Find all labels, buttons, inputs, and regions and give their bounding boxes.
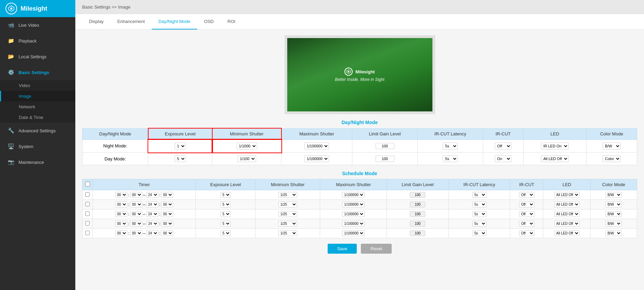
timer-h2-3[interactable]: 241223 — [146, 221, 159, 227]
night-led-select[interactable]: IR LED OnAll LED OffIR LED Off — [541, 143, 569, 149]
schedule-min-shutter-4[interactable]: 1/251/501/1001/1000 — [278, 230, 297, 236]
sidebar-item-playback[interactable]: 📁 Playback — [0, 33, 75, 49]
schedule-checkbox-0[interactable] — [85, 192, 90, 197]
schedule-max-shutter-1[interactable]: 1/100000 — [342, 202, 365, 207]
tab-display[interactable]: Display — [82, 14, 111, 29]
timer-m2-0[interactable]: 0030 — [161, 192, 173, 198]
schedule-color-2[interactable]: B/WColor — [605, 211, 622, 217]
timer-m1-3[interactable]: 0030 — [130, 221, 142, 227]
sidebar-sub-item-network[interactable]: Network — [0, 101, 75, 112]
day-exposure-select[interactable]: 12345 — [175, 155, 186, 162]
schedule-exposure-4[interactable]: 51234 — [220, 230, 231, 236]
schedule-latency-3[interactable]: 5s10s30s — [472, 221, 487, 227]
schedule-ircut-2[interactable]: OffOnAuto — [519, 211, 534, 217]
timer-h2-4[interactable]: 241223 — [146, 230, 159, 236]
schedule-min-shutter-0[interactable]: 1/251/501/1001/1000 — [278, 192, 297, 198]
schedule-checkbox-1[interactable] — [85, 202, 90, 206]
schedule-led-1[interactable]: All LED OffIR LED OnIR LED Off — [554, 202, 580, 207]
day-led-select[interactable]: All LED OffIR LED OnIR LED Off — [541, 155, 569, 162]
tab-osd[interactable]: OSD — [197, 14, 220, 29]
schedule-max-shutter-4[interactable]: 1/100000 — [342, 230, 365, 236]
schedule-ircut-0[interactable]: OffOnAuto — [519, 192, 534, 198]
sidebar-item-advanced-settings[interactable]: 🔧 Advanced Settings — [0, 123, 75, 138]
schedule-latency-4[interactable]: 5s10s30s — [472, 230, 487, 236]
schedule-color-3[interactable]: B/WColor — [605, 221, 622, 227]
reset-button[interactable]: Reset — [361, 244, 392, 254]
day-max-shutter-select[interactable]: 1/100000 — [304, 155, 329, 162]
schedule-max-shutter-3[interactable]: 1/100000 — [342, 221, 365, 227]
timer-m2-2[interactable]: 0030 — [161, 211, 173, 217]
night-min-shutter-select[interactable]: 1/10001/251/501/1001/500 — [237, 143, 257, 149]
night-max-shutter-select[interactable]: 1/100000 — [304, 143, 329, 149]
sidebar-item-maintenance[interactable]: 📷 Maintenance — [0, 154, 75, 170]
schedule-led-3[interactable]: All LED OffIR LED OnIR LED Off — [554, 221, 580, 227]
schedule-min-shutter-3[interactable]: 1/251/501/1001/1000 — [278, 221, 297, 227]
schedule-latency-0[interactable]: 5s10s30s — [472, 192, 487, 198]
day-ircut-latency-select[interactable]: 5s10s30s — [443, 155, 458, 162]
timer-h1-0[interactable]: 000112 — [115, 192, 127, 198]
schedule-led-0[interactable]: All LED OffIR LED OnIR LED Off — [554, 192, 580, 198]
night-limit-gain-input[interactable] — [376, 143, 394, 149]
day-min-shutter-select[interactable]: 1/1001/251/501/250 — [238, 155, 256, 162]
timer-h2-2[interactable]: 241223 — [146, 211, 159, 217]
timer-m1-0[interactable]: 0030 — [130, 192, 142, 198]
schedule-min-shutter-1[interactable]: 1/251/501/1001/1000 — [278, 202, 297, 207]
schedule-ircut-3[interactable]: OffOnAuto — [519, 221, 534, 227]
sidebar-item-basic-settings[interactable]: ⚙️ Basic Settings — [0, 64, 75, 80]
day-limit-gain-input[interactable] — [376, 156, 394, 162]
schedule-color-4[interactable]: B/WColor — [605, 230, 622, 236]
sidebar-sub-item-image[interactable]: Image — [0, 91, 75, 101]
timer-h2-0[interactable]: 241223 — [146, 192, 159, 198]
schedule-ircut-4[interactable]: OffOnAuto — [519, 230, 534, 236]
timer-h2-1[interactable]: 241223 — [146, 202, 159, 207]
tab-day-night-mode[interactable]: Day/Night Mode — [152, 14, 197, 29]
timer-m2-3[interactable]: 0030 — [161, 221, 173, 227]
timer-m1-4[interactable]: 0030 — [130, 230, 142, 236]
schedule-checkbox-3[interactable] — [85, 221, 90, 226]
save-button[interactable]: Save — [328, 244, 357, 254]
schedule-gain-input-4[interactable] — [410, 230, 425, 236]
sidebar-item-live-video[interactable]: 📹 Live Video — [0, 17, 75, 33]
sidebar-item-local-settings[interactable]: 📂 Local Settings — [0, 49, 75, 64]
timer-m2-4[interactable]: 0030 — [161, 230, 173, 236]
schedule-latency-2[interactable]: 5s10s30s — [472, 211, 487, 217]
schedule-led-4[interactable]: All LED OffIR LED OnIR LED Off — [554, 230, 580, 236]
night-color-mode-select[interactable]: B/WColor — [603, 143, 621, 149]
timer-h1-3[interactable]: 000112 — [115, 221, 127, 227]
night-exposure-select[interactable]: 12345 — [175, 143, 186, 149]
schedule-gain-input-3[interactable] — [410, 221, 425, 227]
schedule-color-1[interactable]: B/WColor — [605, 202, 622, 207]
schedule-exposure-1[interactable]: 51234 — [220, 202, 231, 207]
schedule-checkbox-4[interactable] — [85, 231, 90, 235]
schedule-checkbox-2[interactable] — [85, 212, 90, 216]
schedule-gain-input-0[interactable] — [410, 192, 425, 198]
tab-roi[interactable]: ROI — [220, 14, 242, 29]
schedule-min-shutter-2[interactable]: 1/251/501/1001/1000 — [278, 211, 297, 217]
night-ircut-latency-select[interactable]: 5s10s30s — [443, 143, 458, 149]
timer-m2-1[interactable]: 0030 — [161, 202, 173, 207]
schedule-led-2[interactable]: All LED OffIR LED OnIR LED Off — [554, 211, 580, 217]
sidebar-sub-item-video[interactable]: Video — [0, 80, 75, 91]
day-ircut-select[interactable]: OnOffAuto — [495, 155, 512, 162]
schedule-gain-input-2[interactable] — [410, 211, 425, 217]
day-color-mode-select[interactable]: ColorB/W — [603, 155, 621, 162]
timer-h1-2[interactable]: 000112 — [115, 211, 127, 217]
schedule-latency-1[interactable]: 5s10s30s — [472, 202, 487, 207]
schedule-max-shutter-2[interactable]: 1/100000 — [342, 211, 365, 217]
schedule-gain-input-1[interactable] — [410, 202, 425, 207]
sidebar-sub-item-datetime[interactable]: Date & Time — [0, 112, 75, 123]
schedule-exposure-2[interactable]: 51234 — [220, 211, 231, 217]
tab-enhancement[interactable]: Enhancement — [111, 14, 152, 29]
sidebar-item-system[interactable]: 🖥️ System — [0, 138, 75, 154]
timer-m1-1[interactable]: 0030 — [130, 202, 142, 207]
schedule-exposure-3[interactable]: 51234 — [220, 221, 231, 227]
schedule-exposure-0[interactable]: 51234 — [220, 192, 231, 198]
schedule-ircut-1[interactable]: OffOnAuto — [519, 202, 534, 207]
schedule-check-all[interactable] — [85, 182, 90, 186]
schedule-max-shutter-0[interactable]: 1/100000 — [342, 192, 365, 198]
schedule-color-0[interactable]: B/WColor — [605, 192, 622, 198]
night-ircut-select[interactable]: OffOnAuto — [495, 143, 512, 149]
timer-h1-4[interactable]: 000112 — [115, 230, 127, 236]
timer-m1-2[interactable]: 0030 — [130, 211, 142, 217]
timer-h1-1[interactable]: 000112 — [115, 202, 127, 207]
